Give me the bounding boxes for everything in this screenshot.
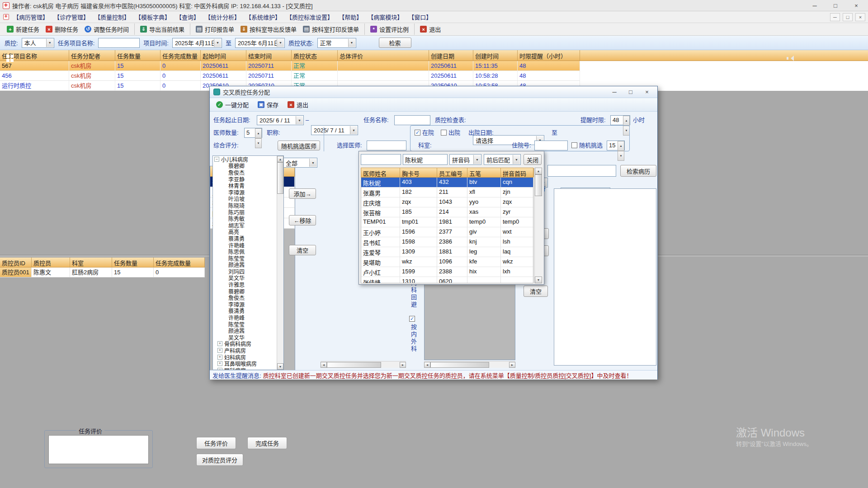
scroll-left-icon[interactable]: ◄ bbox=[321, 362, 327, 368]
popup-close-button[interactable]: 关闭 bbox=[524, 154, 542, 165]
random-pick-checkbox[interactable] bbox=[571, 142, 577, 148]
scroll-down-icon[interactable]: ▼ bbox=[277, 363, 283, 370]
toolbar-button[interactable]: 打印报告单 bbox=[190, 23, 237, 35]
tree-node[interactable]: 小儿科病房 bbox=[213, 156, 283, 163]
patient-table-hscrollbar[interactable]: ◄ ► bbox=[424, 361, 515, 368]
tree-node[interactable]: 陈晓琦 bbox=[213, 202, 283, 209]
doctor-result-row[interactable]: 吴堪助wkz1096kfewkz bbox=[361, 257, 533, 267]
scroll-down-icon[interactable]: ▼ bbox=[535, 277, 542, 283]
tree-node[interactable]: 蔡清勇 bbox=[213, 235, 283, 242]
popup-search-input[interactable] bbox=[361, 154, 401, 165]
tree-node[interactable]: 吴文华 bbox=[213, 275, 283, 282]
tree-expander-icon[interactable] bbox=[217, 361, 222, 366]
outhospital-checkbox[interactable] bbox=[441, 130, 447, 136]
minimize-button[interactable]: ─ bbox=[806, 0, 824, 10]
column-header[interactable]: 质控状态 bbox=[292, 50, 338, 61]
tree-node[interactable]: 吴文华 bbox=[213, 334, 283, 341]
tree-node[interactable]: 詹俊杰 bbox=[213, 294, 283, 301]
menu-item[interactable]: 【系统维护】 bbox=[244, 12, 283, 22]
tree-node[interactable]: 许艳峰 bbox=[213, 314, 283, 321]
doctor-result-row[interactable]: 王小婷15962377givwxt bbox=[361, 227, 533, 237]
doctor-result-row[interactable]: 张嘉男182211xflzjn bbox=[361, 188, 533, 197]
dialog-toolbar-button[interactable]: 退出 bbox=[284, 99, 312, 110]
tree-expander-icon[interactable] bbox=[214, 157, 219, 162]
menu-item[interactable]: 【帮助】 bbox=[337, 12, 364, 22]
menu-item[interactable]: 【统计分析】 bbox=[203, 12, 242, 22]
tree-node[interactable]: 詹俊杰 bbox=[213, 169, 283, 176]
inpatient-no-input[interactable] bbox=[534, 141, 568, 150]
menu-item[interactable]: 【查询】 bbox=[174, 12, 201, 22]
search-button[interactable]: 检索 bbox=[379, 38, 411, 48]
doctor-result-row[interactable]: 庄庆煊zqx1043yyozqx bbox=[361, 197, 533, 207]
tree-node[interactable]: 叶沿坡 bbox=[213, 196, 283, 202]
clear-doctors-button[interactable]: 清空 bbox=[289, 245, 316, 255]
tree-node[interactable]: 颜迪茜 bbox=[213, 262, 283, 268]
by-internal-external-checkbox[interactable] bbox=[409, 316, 415, 322]
scroll-right-icon[interactable]: ► bbox=[509, 362, 515, 368]
column-header[interactable]: 结束时间 bbox=[246, 50, 292, 61]
tree-node[interactable]: 许雅思 bbox=[213, 281, 283, 288]
doctor-result-row[interactable]: 吕书虹15982386knjlsh bbox=[361, 237, 533, 247]
record-search-input[interactable] bbox=[547, 165, 616, 177]
tree-node[interactable]: 陈思佩 bbox=[213, 248, 283, 255]
scroll-thumb[interactable] bbox=[277, 162, 283, 194]
tree-scrollbar[interactable]: ▲ ▼ bbox=[277, 156, 283, 370]
column-header[interactable]: 五笔 bbox=[467, 168, 501, 177]
clear-records-button[interactable]: 清空 bbox=[524, 286, 548, 297]
date-from-select[interactable]: 2025年 4月11日▼ bbox=[172, 38, 222, 48]
maximize-button[interactable]: □ bbox=[826, 0, 844, 10]
job-title-select[interactable]: 全部▼ bbox=[283, 158, 317, 168]
toolbar-button[interactable]: 退出 bbox=[414, 23, 444, 35]
task-eval-button[interactable]: 任务评价 bbox=[196, 437, 236, 449]
column-header[interactable]: 任务完成数量 bbox=[160, 50, 201, 61]
column-header[interactable]: 创建时间 bbox=[473, 50, 518, 61]
tree-node[interactable]: 许艳峰 bbox=[213, 242, 283, 249]
task-evaluation-textarea[interactable] bbox=[48, 435, 149, 464]
tree-expander-icon[interactable] bbox=[217, 341, 222, 346]
mdi-close-button[interactable]: × bbox=[855, 13, 865, 21]
popup-scrollbar[interactable]: ▲ ▼ bbox=[534, 168, 542, 283]
remove-doctor-button[interactable]: ←移除 bbox=[289, 215, 316, 225]
add-doctor-button[interactable]: 添加→ bbox=[289, 188, 316, 199]
column-header[interactable]: 医师姓名 bbox=[361, 168, 400, 177]
tree-node[interactable]: 林青青 bbox=[213, 182, 283, 189]
task-row[interactable]: 567csk机房1502025061120250711正常2025061115:… bbox=[0, 61, 580, 71]
menu-item[interactable]: 【病历管理】 bbox=[11, 12, 50, 22]
column-header[interactable]: 任务数量 bbox=[115, 50, 160, 61]
task-name-input[interactable] bbox=[98, 38, 140, 48]
tree-node[interactable]: 骨病科病房 bbox=[213, 341, 283, 347]
tree-node[interactable]: 蔡碧卿 bbox=[213, 163, 283, 169]
column-header[interactable]: 任务完成数量 bbox=[154, 258, 205, 268]
column-header[interactable]: 拼音首码 bbox=[501, 168, 534, 177]
doctor-result-row[interactable]: 张芸榕185214xaszyr bbox=[361, 207, 533, 217]
menu-item[interactable]: 【模板字典】 bbox=[133, 12, 172, 22]
toolbar-button[interactable]: 导出当前结果 bbox=[134, 23, 188, 35]
task-row[interactable]: 456csk机房1502025061120250711正常2025061110:… bbox=[0, 71, 580, 81]
doctor-result-row[interactable]: 张佳峰13100620 bbox=[361, 277, 533, 283]
tree-node[interactable]: 陈巧丽 bbox=[213, 209, 283, 216]
dialog-toolbar-button[interactable]: 一键分配 bbox=[212, 99, 252, 110]
doctor-result-row[interactable]: 陈秋妮403432btvcqn bbox=[361, 178, 533, 188]
popup-code-mode-select[interactable]: 拼音码▼ bbox=[449, 154, 481, 165]
tree-node[interactable]: 胡志军 bbox=[213, 222, 283, 229]
finish-task-button[interactable]: 完成任务 bbox=[247, 437, 287, 449]
inhospital-checkbox[interactable] bbox=[415, 130, 420, 136]
tree-node[interactable]: 妇科病房 bbox=[213, 354, 283, 361]
doctor-result-row[interactable]: TEMP01tmp011981temp0temp0 bbox=[361, 217, 533, 227]
column-header[interactable]: 时限提醒（小时） bbox=[518, 50, 580, 61]
search-record-button[interactable]: 检索病历 bbox=[620, 165, 656, 177]
scroll-left-icon[interactable]: ◄ bbox=[424, 362, 430, 368]
column-header[interactable]: 员工编号 bbox=[437, 168, 467, 177]
tree-expander-icon[interactable] bbox=[217, 355, 222, 360]
rate-controller-button[interactable]: 对质控员评分 bbox=[196, 454, 243, 466]
doctor-result-row[interactable]: 连爱琴13091881leglaq bbox=[361, 247, 533, 257]
column-header[interactable]: 质控员 bbox=[32, 258, 70, 268]
column-header[interactable]: 起始时间 bbox=[201, 50, 246, 61]
tree-node[interactable]: 陈莹莹 bbox=[213, 321, 283, 328]
doctor-count-stepper[interactable]: 5▲▼ bbox=[244, 128, 262, 138]
close-button[interactable]: × bbox=[847, 0, 865, 10]
doctor-table-hscrollbar[interactable]: ◄ ► bbox=[321, 361, 406, 368]
task-date-from-select[interactable]: 2025/ 6 / 11▼ bbox=[257, 115, 304, 125]
tree-node[interactable]: 耳鼻咽喉病房 bbox=[213, 360, 283, 367]
menu-item[interactable]: 【质控标准设置】 bbox=[284, 12, 335, 22]
